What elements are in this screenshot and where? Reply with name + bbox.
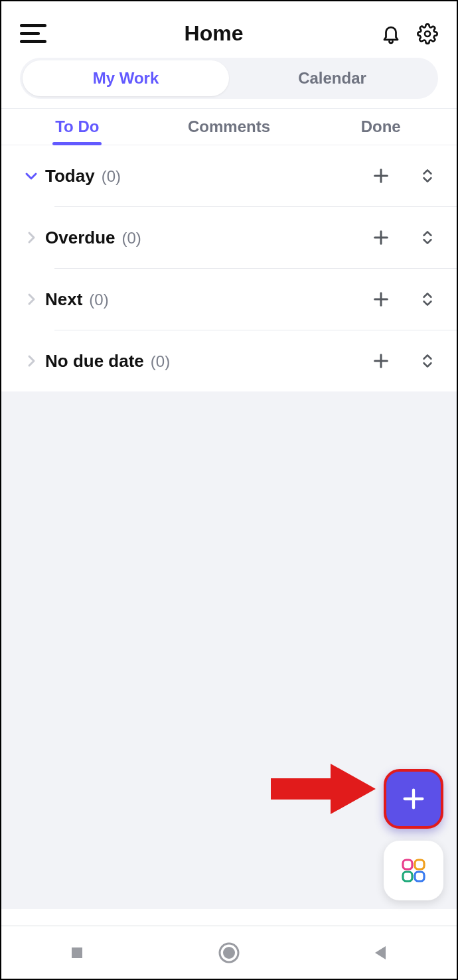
section-count: (0): [122, 229, 141, 247]
sort-icon[interactable]: [414, 348, 441, 374]
nav-back-icon[interactable]: [354, 933, 408, 973]
svg-rect-15: [403, 860, 412, 869]
chevron-right-icon: [17, 353, 45, 369]
segment-my-work[interactable]: My Work: [23, 60, 229, 96]
chevron-down-icon: [17, 168, 45, 184]
sort-icon[interactable]: [414, 163, 441, 189]
svg-rect-17: [403, 872, 412, 881]
section-label: Overdue: [45, 228, 115, 248]
section-next[interactable]: Next (0): [1, 269, 457, 330]
svg-rect-2: [20, 40, 46, 43]
svg-rect-1: [20, 32, 40, 35]
svg-rect-16: [415, 860, 424, 869]
chevron-right-icon: [17, 291, 45, 307]
menu-icon[interactable]: [20, 24, 46, 44]
sort-icon[interactable]: [414, 286, 441, 313]
new-task-fab[interactable]: [384, 769, 443, 829]
section-no-due-date[interactable]: No due date (0): [1, 330, 457, 391]
nav-home-icon[interactable]: [202, 933, 256, 973]
svg-rect-0: [20, 24, 46, 27]
gear-icon[interactable]: [417, 23, 438, 44]
view-segmented-control: My Work Calendar: [20, 58, 438, 99]
section-today[interactable]: Today (0): [1, 145, 457, 206]
section-overdue[interactable]: Overdue (0): [1, 207, 457, 268]
tabs-bar: To Do Comments Done: [1, 108, 457, 145]
svg-marker-12: [271, 764, 376, 814]
chevron-right-icon: [17, 230, 45, 245]
add-task-button[interactable]: [368, 286, 394, 313]
section-label: No due date: [45, 351, 144, 372]
section-count: (0): [102, 167, 121, 186]
add-task-button[interactable]: [368, 348, 394, 374]
svg-point-21: [223, 947, 235, 959]
svg-rect-19: [72, 947, 82, 958]
add-task-button[interactable]: [368, 163, 394, 189]
annotation-arrow-icon: [271, 760, 377, 821]
tab-done[interactable]: Done: [305, 109, 457, 145]
apps-button[interactable]: [384, 841, 443, 900]
tab-todo[interactable]: To Do: [1, 109, 153, 145]
svg-marker-22: [375, 946, 386, 959]
svg-point-3: [425, 31, 430, 36]
android-nav-bar: [1, 926, 457, 979]
tab-comments[interactable]: Comments: [153, 109, 305, 145]
section-count: (0): [89, 291, 108, 309]
section-label: Next: [45, 289, 82, 310]
add-task-button[interactable]: [368, 224, 394, 251]
page-title: Home: [185, 21, 244, 46]
section-label: Today: [45, 166, 95, 186]
section-count: (0): [151, 352, 170, 371]
bell-icon[interactable]: [381, 23, 401, 45]
segment-calendar[interactable]: Calendar: [229, 60, 435, 96]
nav-recent-icon[interactable]: [50, 933, 104, 973]
sort-icon[interactable]: [414, 224, 441, 251]
empty-area: [1, 391, 457, 909]
svg-rect-18: [415, 872, 424, 881]
